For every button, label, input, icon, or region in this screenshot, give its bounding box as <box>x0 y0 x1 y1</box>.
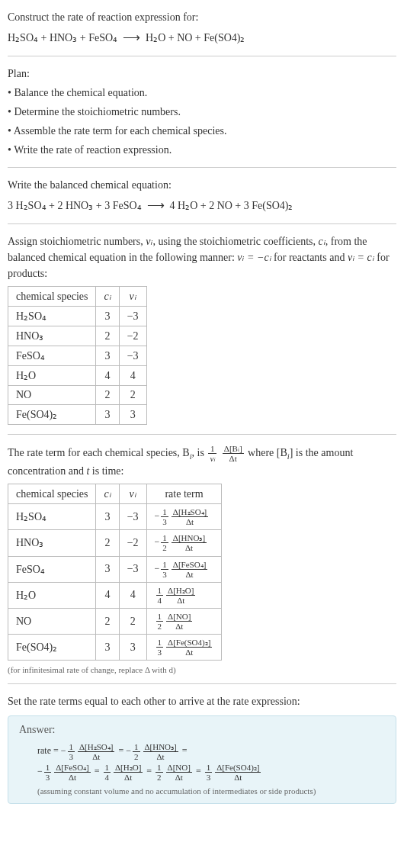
plan-item: • Assemble the rate term for each chemic… <box>8 123 396 139</box>
cell-species: NO <box>8 386 96 405</box>
equals: = <box>116 745 126 756</box>
frac-num: 1 <box>161 560 168 570</box>
rate-intro-part: where [B <box>248 447 287 458</box>
header-nui: νᵢ <box>119 484 146 504</box>
cell-nu: −3 <box>119 556 146 582</box>
arrow-icon: ⟶ <box>123 31 140 43</box>
table-row: NO 2 2 12Δ[NO]Δt <box>8 608 222 634</box>
set-equal-text: Set the rate terms equal to each other t… <box>8 693 396 709</box>
fraction: Δ[H₂O]Δt <box>166 586 195 605</box>
frac-den: 3 <box>205 773 213 782</box>
fraction: Δ[HNO₃]Δt <box>143 742 178 761</box>
table-row: FeSO₄3−3 <box>8 346 147 366</box>
cell-rate: 14Δ[H₂O]Δt <box>146 582 222 608</box>
divider <box>8 683 396 684</box>
cell-nu: 3 <box>119 635 146 661</box>
plan-item: • Determine the stoichiometric numbers. <box>8 104 396 120</box>
rate-intro-part: , is <box>192 447 207 458</box>
fraction: Δ[NO]Δt <box>166 763 192 782</box>
stoich-table: chemical species cᵢ νᵢ H₂SO₄3−3 HNO₃2−2 … <box>8 286 147 425</box>
cell-c: 2 <box>96 326 119 346</box>
cell-rate: −13Δ[FeSO₄]Δt <box>146 556 222 582</box>
intro-text: Construct the rate of reaction expressio… <box>8 9 396 25</box>
cell-species: HNO₃ <box>8 326 96 346</box>
table-row: chemical species cᵢ νᵢ <box>8 287 147 307</box>
frac-num: 1 <box>208 444 216 454</box>
plan-item-text: Write the rate of reaction expression. <box>14 144 172 156</box>
divider <box>8 167 396 168</box>
cell-species: H₂O <box>8 582 96 608</box>
cell-c: 3 <box>96 307 119 326</box>
frac-num: Δ[Fe(SO4)₂] <box>215 763 261 773</box>
fraction: Δ[FeSO₄]Δt <box>172 560 207 579</box>
cell-species: NO <box>8 608 96 634</box>
table-row: Fe(SO4)₂ 3 3 13Δ[Fe(SO4)₂]Δt <box>8 635 222 661</box>
unbalanced-equation: H₂SO₄ + HNO₃ + FeSO₄ ⟶ H₂O + NO + Fe(SO4… <box>8 28 396 47</box>
frac-num: Δ[H₂SO₄] <box>78 742 114 752</box>
plan-item: • Balance the chemical equation. <box>8 85 396 101</box>
frac-num: 1 <box>156 586 164 596</box>
relation: νᵢ = cᵢ <box>348 252 374 263</box>
frac-den: 4 <box>156 596 164 605</box>
cell-nu: 4 <box>119 366 146 386</box>
cell-c: 2 <box>96 530 119 556</box>
frac-num: 1 <box>161 533 168 543</box>
assign-part: Assign stoichiometric numbers, <box>8 236 146 247</box>
frac-num: Δ[HNO₃] <box>143 742 178 752</box>
fraction: 12 <box>156 612 164 631</box>
frac-den: 2 <box>161 543 168 552</box>
cell-c: 3 <box>96 346 119 366</box>
cell-species: Fe(SO4)₂ <box>8 635 96 661</box>
cell-nu: −2 <box>119 326 146 346</box>
answer-footnote: (assuming constant volume and no accumul… <box>19 786 385 796</box>
rate-lead: rate = <box>37 745 61 756</box>
frac-num: 1 <box>205 763 213 773</box>
frac-num: 1 <box>156 763 163 773</box>
frac-num: Δ[Bᵢ] <box>223 444 244 454</box>
cell-nu: −3 <box>119 504 146 530</box>
frac-den: 2 <box>156 773 163 782</box>
sign: − <box>61 745 66 756</box>
fraction: 13 <box>44 763 52 782</box>
header-species: chemical species <box>8 484 96 504</box>
balanced-equation: 3 H₂SO₄ + 2 HNO₃ + 3 FeSO₄ ⟶ 4 H₂O + 2 N… <box>8 196 396 214</box>
frac-num: 1 <box>44 763 52 773</box>
arrow-icon: ⟶ <box>147 198 165 211</box>
unbalanced-rhs: H₂O + NO + Fe(SO4)₂ <box>146 32 245 43</box>
fraction: 14 <box>156 586 164 605</box>
fraction: 13 <box>161 507 168 526</box>
header-rate: rate term <box>146 484 222 504</box>
frac-num: Δ[NO] <box>166 763 192 773</box>
cell-c: 3 <box>96 405 119 425</box>
fraction: 12 <box>161 533 168 552</box>
frac-den: Δt <box>166 622 192 631</box>
frac-den: Δt <box>166 773 192 782</box>
balanced-rhs: 4 H₂O + 2 NO + 3 Fe(SO4)₂ <box>170 200 293 211</box>
table-row: chemical species cᵢ νᵢ rate term <box>8 484 222 504</box>
fraction: Δ[Bᵢ]Δt <box>223 444 244 463</box>
cell-rate: −13Δ[H₂SO₄]Δt <box>146 504 222 530</box>
balanced-lhs: 3 H₂SO₄ + 2 HNO₃ + 3 FeSO₄ <box>8 200 142 211</box>
cell-nu: 2 <box>119 608 146 634</box>
footnote-rate: (for infinitesimal rate of change, repla… <box>8 665 396 674</box>
fraction: 13 <box>205 763 213 782</box>
balanced-title: Write the balanced chemical equation: <box>8 177 396 193</box>
fraction: 13 <box>156 638 164 657</box>
fraction: Δ[H₂O]Δt <box>114 763 143 782</box>
equals: = <box>144 766 154 776</box>
divider <box>8 434 396 435</box>
divider <box>8 223 396 224</box>
frac-num: Δ[Fe(SO4)₂] <box>166 638 212 648</box>
fraction: 12 <box>156 763 163 782</box>
table-row: FeSO₄ 3 −3 −13Δ[FeSO₄]Δt <box>8 556 222 582</box>
frac-den: 3 <box>161 517 168 526</box>
cell-nu: 2 <box>119 386 146 405</box>
equals: = <box>180 745 188 756</box>
frac-num: Δ[H₂SO₄] <box>172 507 208 517</box>
frac-den: 2 <box>133 752 140 761</box>
frac-den: Δt <box>114 773 143 782</box>
cell-rate: 13Δ[Fe(SO4)₂]Δt <box>146 635 222 661</box>
cell-c: 3 <box>96 635 119 661</box>
equals: = <box>92 766 102 776</box>
frac-num: 1 <box>133 742 140 752</box>
